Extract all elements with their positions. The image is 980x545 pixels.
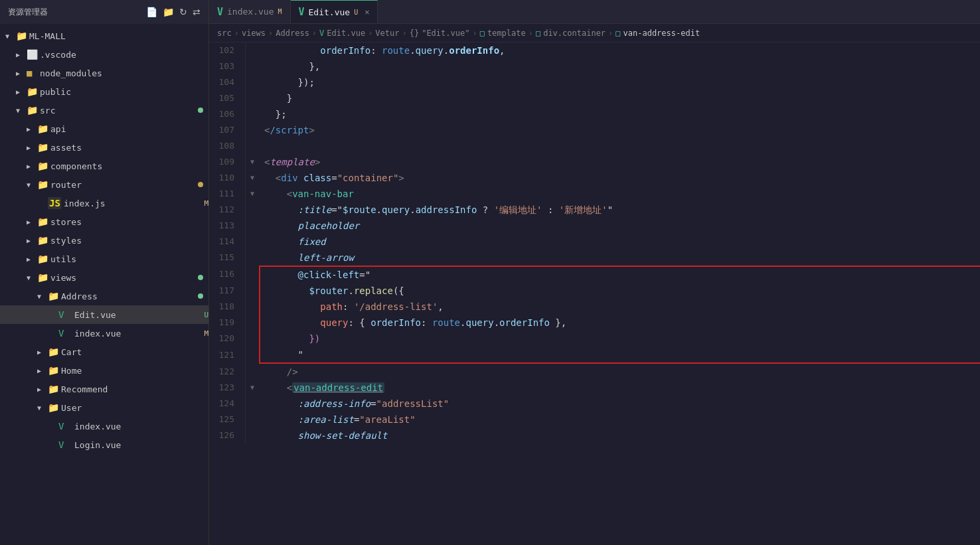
address-modified-dot	[198, 293, 203, 299]
cart-folder-icon: 📁	[48, 347, 61, 357]
crumb-edit-vue-str: "Edit.vue"	[422, 29, 469, 38]
sidebar-item-index-vue-addr[interactable]: V index.vue M	[0, 324, 208, 343]
crumb-template-icon: □	[480, 29, 485, 38]
sidebar-root[interactable]: ▼ 📁 ML-MALL	[0, 27, 208, 45]
code-line-107: 107 </script>	[209, 122, 980, 138]
edit-vue-icon: V	[58, 309, 72, 320]
crumb-edit-vue: Edit.vue	[327, 29, 365, 38]
router-folder-icon: 📁	[37, 179, 50, 190]
sidebar-item-user-index[interactable]: V index.vue	[0, 417, 208, 435]
code-line-114: 114 fixed	[209, 234, 980, 250]
sidebar-item-node-modules[interactable]: ▶ ■ node_modules	[0, 64, 208, 82]
views-modified-dot	[198, 275, 203, 280]
crumb-template: template	[487, 29, 526, 38]
code-line-112: 112 :title="$route.query.addressInfo ? '…	[209, 202, 980, 218]
index-vue-addr-icon: V	[58, 328, 72, 339]
vscode-label: .vscode	[40, 50, 208, 60]
crumb-van-address-edit: van-address-edit	[623, 29, 700, 38]
code-line-119: 119 query: { orderInfo: route.query.orde…	[209, 315, 980, 331]
code-line-111: 111 ▼ <van-nav-bar	[209, 186, 980, 202]
code-line-116: 116 @click-left="	[209, 266, 980, 283]
sidebar-item-utils[interactable]: ▶ 📁 utils	[0, 250, 208, 268]
code-editor[interactable]: 102 orderInfo: route.query.orderInfo, 10…	[209, 42, 980, 545]
recommend-label: Recommend	[61, 384, 208, 394]
code-lines: 102 orderInfo: route.query.orderInfo, 10…	[209, 42, 980, 443]
sidebar-header: 资源管理器 📄 📁 ↻ ⇄	[0, 0, 208, 24]
sidebar-item-api[interactable]: ▶ 📁 api	[0, 119, 208, 138]
new-file-icon[interactable]: 📄	[146, 7, 157, 17]
sidebar-item-public[interactable]: ▶ 📁 public	[0, 82, 208, 101]
sidebar-item-vscode[interactable]: ▶ ⬜ .vscode	[0, 45, 208, 64]
index-js-label: index.js	[61, 198, 201, 208]
main-editor: V index.vue M V Edit.vue U ✕ src › views…	[209, 0, 980, 545]
stores-label: stores	[50, 217, 208, 227]
crumb-div-container: div.container	[543, 29, 606, 38]
crumb-views: views	[242, 29, 266, 38]
node-modules-label: node_modules	[40, 68, 208, 78]
utils-folder-icon: 📁	[37, 254, 50, 264]
sidebar-item-src[interactable]: ▼ 📁 src	[0, 101, 208, 119]
sidebar-item-components[interactable]: ▶ 📁 components	[0, 157, 208, 175]
sidebar-item-cart[interactable]: ▶ 📁 Cart	[0, 343, 208, 361]
utils-label: utils	[50, 254, 208, 264]
sidebar-item-index-js[interactable]: JS index.js M	[0, 194, 208, 212]
code-line-124: 124 :address-info="addressList"	[209, 396, 980, 412]
collapse-icon[interactable]: ⇄	[193, 7, 201, 17]
new-folder-icon[interactable]: 📁	[163, 7, 174, 17]
sidebar-tree: ▼ 📁 ML-MALL ▶ ⬜ .vscode ▶ ■ node_modules…	[0, 24, 208, 545]
sidebar-item-views[interactable]: ▼ 📁 views	[0, 268, 208, 287]
code-line-102: 102 orderInfo: route.query.orderInfo,	[209, 42, 980, 58]
tab-edit-vue[interactable]: V Edit.vue U ✕	[291, 0, 378, 23]
code-line-123: 123 ▼ <van-address-edit	[209, 380, 980, 396]
code-line-110: 110 ▼ <div class="container">	[209, 170, 980, 186]
tab-index-vue-label: index.vue	[227, 7, 274, 17]
user-index-label: index.vue	[72, 422, 208, 431]
root-folder-icon: 📁	[16, 31, 29, 41]
sidebar-item-user[interactable]: ▼ 📁 User	[0, 398, 208, 417]
code-line-115: 115 left-arrow	[209, 250, 980, 266]
src-label: src	[40, 106, 198, 116]
recommend-folder-icon: 📁	[48, 384, 61, 394]
crumb-edit-vue-icon: V	[319, 29, 324, 38]
sidebar-item-stores[interactable]: ▶ 📁 stores	[0, 212, 208, 231]
sidebar-root-label: ML-MALL	[29, 31, 208, 41]
edit-vue-label: Edit.vue	[72, 310, 201, 320]
tab-bar: V index.vue M V Edit.vue U ✕	[209, 0, 980, 24]
node-modules-icon: ■	[27, 68, 40, 78]
assets-label: assets	[50, 143, 208, 153]
home-label: Home	[61, 366, 208, 376]
views-label: views	[50, 273, 198, 283]
tab-close-button[interactable]: ✕	[365, 7, 369, 17]
sidebar-item-assets[interactable]: ▶ 📁 assets	[0, 138, 208, 157]
code-line-117: 117 $router.replace({	[209, 283, 980, 299]
components-folder-icon: 📁	[37, 161, 50, 171]
code-line-103: 103 },	[209, 58, 980, 74]
code-line-126: 126 show-set-default	[209, 428, 980, 443]
tab-index-vue[interactable]: V index.vue M	[209, 0, 291, 23]
index-vue-addr-modifier: M	[204, 329, 208, 338]
address-folder-icon: 📁	[48, 291, 61, 301]
sidebar-item-home[interactable]: ▶ 📁 Home	[0, 361, 208, 380]
sidebar-item-recommend[interactable]: ▶ 📁 Recommend	[0, 380, 208, 398]
sidebar-item-address[interactable]: ▼ 📁 Address	[0, 287, 208, 305]
sidebar-item-edit-vue[interactable]: V Edit.vue U	[0, 305, 208, 324]
refresh-icon[interactable]: ↻	[179, 7, 187, 17]
code-line-105: 105 }	[209, 90, 980, 106]
code-line-122: 122 />	[209, 364, 980, 380]
crumb-van-address-edit-icon: □	[615, 29, 620, 38]
crumb-address: Address	[276, 29, 309, 38]
sidebar-item-styles[interactable]: ▶ 📁 styles	[0, 231, 208, 250]
sidebar-item-user-login[interactable]: V Login.vue	[0, 435, 208, 454]
sidebar-item-router[interactable]: ▼ 📁 router	[0, 175, 208, 194]
vscode-folder-icon: ⬜	[27, 49, 40, 60]
breadcrumb: src › views › Address › V Edit.vue › Vet…	[209, 24, 980, 42]
code-line-118: 118 path: '/address-list',	[209, 299, 980, 315]
src-modified-dot	[198, 108, 203, 113]
code-line-106: 106 };	[209, 106, 980, 122]
address-label: Address	[61, 291, 198, 301]
user-login-icon: V	[58, 439, 72, 450]
public-label: public	[40, 87, 208, 97]
assets-folder-icon: 📁	[37, 142, 50, 153]
js-file-icon: JS	[48, 197, 61, 209]
api-folder-icon: 📁	[37, 123, 50, 134]
